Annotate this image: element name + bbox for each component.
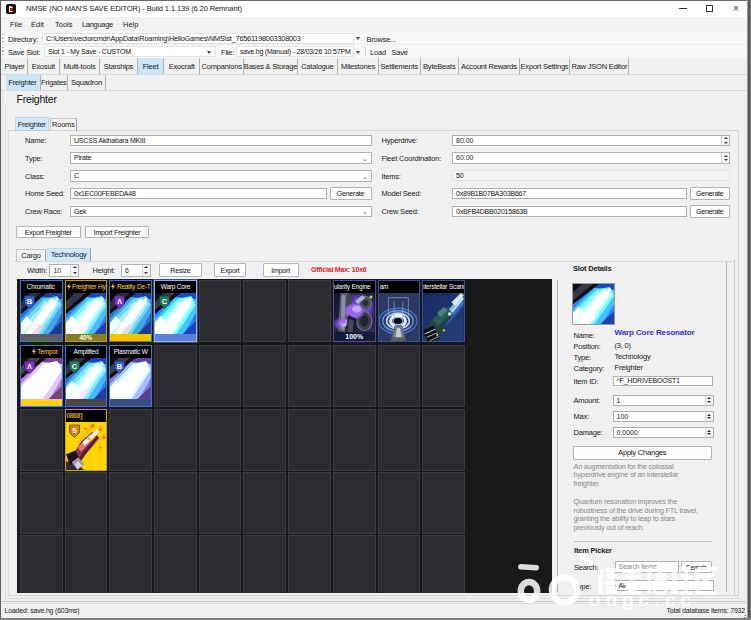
svg-text:C: C xyxy=(161,297,167,306)
svg-text:Λ: Λ xyxy=(117,298,122,305)
svg-text:B: B xyxy=(117,362,123,371)
svg-text:C: C xyxy=(72,362,78,371)
svg-text:B: B xyxy=(27,297,33,306)
svg-text:Λ: Λ xyxy=(27,363,32,370)
svg-text:S: S xyxy=(72,426,77,435)
